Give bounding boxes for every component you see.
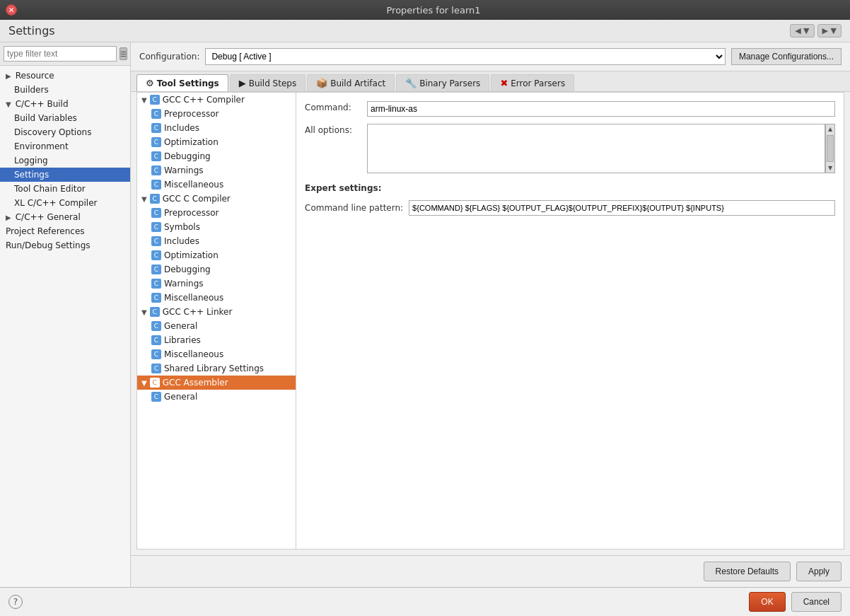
warnings-icon: C — [151, 165, 161, 175]
command-input[interactable] — [367, 101, 835, 117]
ok-button[interactable]: OK — [749, 592, 785, 612]
tree-item-shared-library[interactable]: C Shared Library Settings — [137, 361, 296, 376]
tree-item-label: Warnings — [164, 165, 204, 175]
tree-item-label: GCC Assembler — [163, 378, 228, 388]
tree-item-includes-1[interactable]: C Includes — [137, 121, 296, 135]
sidebar-item-run-debug-settings[interactable]: Run/Debug Settings — [0, 238, 130, 252]
cmd-pattern-label: Command line pattern: — [305, 203, 403, 213]
tree-item-preprocessor-2[interactable]: C Preprocessor — [137, 206, 296, 220]
tree-item-miscellaneous-3[interactable]: C Miscellaneous — [137, 347, 296, 361]
tool-tree-panel: ▼ C GCC C++ Compiler C Preprocessor C In… — [137, 93, 296, 549]
sidebar-item-environment[interactable]: Environment — [0, 139, 130, 153]
tree-item-gcc-cpp-compiler[interactable]: ▼ C GCC C++ Compiler — [137, 93, 296, 107]
optimization2-icon: C — [151, 250, 161, 260]
bottom-left: ? — [8, 595, 749, 609]
tree-item-label: Warnings — [164, 279, 204, 289]
tab-build-steps[interactable]: ▶ Build Steps — [230, 74, 306, 91]
sidebar-item-build-variables[interactable]: Build Variables — [0, 111, 130, 125]
tab-binary-parsers[interactable]: 🔧 Binary Parsers — [396, 74, 489, 91]
scroll-up-arrow[interactable]: ▲ — [828, 126, 832, 132]
tree-item-includes-2[interactable]: C Includes — [137, 234, 296, 248]
scrollbar-track — [827, 135, 834, 162]
tab-build-steps-label: Build Steps — [249, 79, 297, 88]
tree-item-general-2[interactable]: C General — [137, 390, 296, 404]
expert-settings-label: Expert settings: — [305, 183, 835, 193]
config-select[interactable]: Debug [ Active ] — [205, 48, 725, 65]
next-button[interactable]: ▶ ▼ — [817, 24, 842, 37]
arrow-icon: ▼ — [6, 100, 11, 108]
arrow-icon: ▼ — [141, 96, 147, 104]
tree-item-miscellaneous-2[interactable]: C Miscellaneous — [137, 291, 296, 305]
all-options-textarea[interactable] — [367, 124, 825, 173]
command-label: Command: — [305, 101, 361, 112]
tree-item-debugging[interactable]: C Debugging — [137, 149, 296, 163]
sidebar-item-cpp-general[interactable]: ▶ C/C++ General — [0, 210, 130, 224]
tab-build-artifact[interactable]: 📦 Build Artifact — [307, 74, 395, 91]
dialog-header: Settings ◀ ▼ ▶ ▼ — [0, 20, 850, 42]
nav-tree: ▶ Resource Builders ▼ C/C++ Build Build … — [0, 66, 130, 587]
includes2-icon: C — [151, 236, 161, 246]
bottom-right: OK Cancel — [749, 592, 842, 612]
tree-item-label: Libraries — [164, 335, 201, 345]
tree-item-gcc-cpp-linker[interactable]: ▼ C GCC C++ Linker — [137, 305, 296, 319]
cmd-pattern-input[interactable] — [409, 200, 835, 216]
misc-icon: C — [151, 180, 161, 190]
general2-icon: C — [151, 392, 161, 402]
restore-defaults-button[interactable]: Restore Defaults — [704, 562, 791, 581]
config-bar: Configuration: Debug [ Active ] Manage C… — [131, 42, 850, 71]
tree-item-label: GCC C++ Linker — [163, 307, 233, 317]
tab-tool-settings[interactable]: ⚙ Tool Settings — [136, 74, 228, 91]
tree-item-warnings-2[interactable]: C Warnings — [137, 277, 296, 291]
dialog-body: ☰ ▶ Resource Builders ▼ C/C++ Build — [0, 42, 850, 587]
tree-item-general-1[interactable]: C General — [137, 319, 296, 333]
cancel-button[interactable]: Cancel — [791, 592, 842, 612]
tree-item-preprocessor[interactable]: C Preprocessor — [137, 107, 296, 121]
tree-item-label: Optimization — [164, 137, 219, 147]
prev-button[interactable]: ◀ ▼ — [790, 24, 814, 37]
window-title: Properties for learn1 — [23, 5, 844, 16]
tree-item-libraries[interactable]: C Libraries — [137, 333, 296, 347]
tree-item-miscellaneous-1[interactable]: C Miscellaneous — [137, 178, 296, 192]
close-button[interactable]: ✕ — [6, 4, 17, 16]
gear-icon: ⚙ — [146, 78, 154, 88]
linker-icon: C — [150, 307, 160, 317]
tree-item-label: General — [164, 392, 197, 402]
symbols-icon: C — [151, 222, 161, 232]
tree-item-gcc-c-compiler[interactable]: ▼ C GCC C Compiler — [137, 192, 296, 206]
tree-item-debugging-2[interactable]: C Debugging — [137, 262, 296, 277]
tree-item-label: Debugging — [164, 265, 211, 274]
apply-button[interactable]: Apply — [796, 562, 842, 581]
sidebar-item-xl-compiler[interactable]: XL C/C++ Compiler — [0, 196, 130, 210]
help-button[interactable]: ? — [8, 595, 23, 609]
manage-configurations-button[interactable]: Manage Configurations... — [731, 48, 842, 65]
filter-clear-button[interactable]: ☰ — [120, 47, 127, 60]
sidebar-item-cpp-build[interactable]: ▼ C/C++ Build — [0, 97, 130, 111]
tree-item-warnings[interactable]: C Warnings — [137, 163, 296, 178]
tree-item-label: Miscellaneous — [164, 349, 223, 359]
sidebar-item-project-references[interactable]: Project References — [0, 224, 130, 238]
sidebar-item-tool-chain-editor[interactable]: Tool Chain Editor — [0, 182, 130, 196]
tree-item-symbols[interactable]: C Symbols — [137, 220, 296, 234]
all-options-row: All options: ▲ ▼ — [305, 124, 835, 173]
scroll-down-arrow[interactable]: ▼ — [828, 165, 832, 171]
filter-bar: ☰ — [0, 42, 130, 66]
tree-item-gcc-assembler[interactable]: ▼ C GCC Assembler — [137, 376, 296, 390]
debugging2-icon: C — [151, 265, 161, 274]
sidebar-item-discovery-options[interactable]: Discovery Options — [0, 125, 130, 139]
steps-icon: ▶ — [239, 78, 246, 88]
sidebar-item-builders[interactable]: Builders — [0, 83, 130, 97]
filter-input[interactable] — [4, 46, 117, 62]
general1-icon: C — [151, 321, 161, 331]
tree-item-optimization-2[interactable]: C Optimization — [137, 248, 296, 262]
restore-apply-bar: Restore Defaults Apply — [131, 555, 850, 587]
sidebar-item-resource[interactable]: ▶ Resource — [0, 69, 130, 83]
tab-error-parsers[interactable]: ✖ Error Parsers — [491, 74, 574, 91]
includes-icon: C — [151, 123, 161, 133]
preprocessor2-icon: C — [151, 208, 161, 218]
sidebar-item-settings[interactable]: Settings — [0, 168, 130, 182]
header-icons: ◀ ▼ ▶ ▼ — [790, 24, 842, 37]
sidebar-item-logging[interactable]: Logging — [0, 153, 130, 168]
artifact-icon: 📦 — [316, 78, 327, 88]
tree-item-optimization[interactable]: C Optimization — [137, 135, 296, 149]
arrow-icon: ▶ — [6, 214, 11, 221]
